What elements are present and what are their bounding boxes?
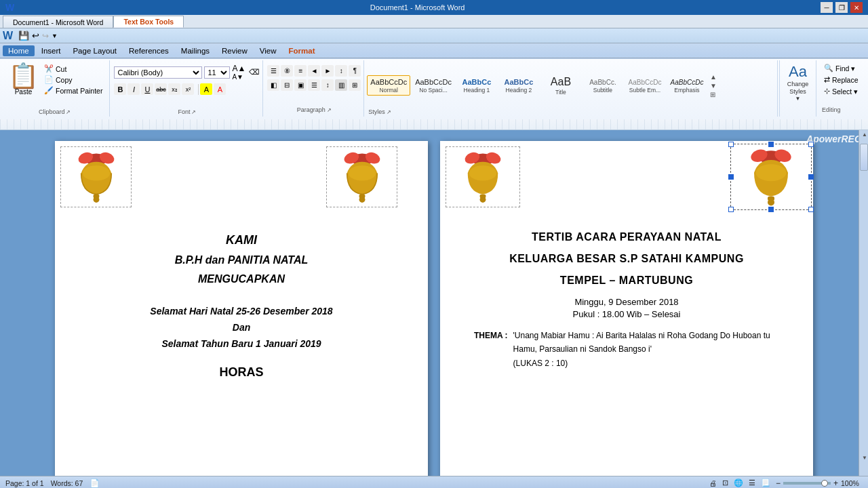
clear-format-icon[interactable]: ⌫ <box>249 68 260 77</box>
font-expand-icon[interactable]: ↗ <box>191 109 196 115</box>
justify-button[interactable]: ☰ <box>308 79 320 91</box>
minimize-button[interactable]: ─ <box>821 2 833 13</box>
ruler <box>0 119 868 130</box>
undo-icon[interactable]: ↩ <box>32 30 39 41</box>
change-styles-button[interactable]: Aa ChangeStyles ▼ <box>779 60 816 117</box>
menu-references[interactable]: References <box>123 45 174 56</box>
handle-bm[interactable] <box>768 207 774 212</box>
view-draft-icon[interactable]: 📃 <box>761 479 770 487</box>
font-size-select[interactable]: 11 <box>204 66 230 79</box>
view-outline-icon[interactable]: ☰ <box>749 479 755 487</box>
handle-tm[interactable] <box>768 142 774 147</box>
select-button[interactable]: ⊹ Select ▾ <box>822 85 861 97</box>
font-name-select[interactable]: Calibri (Body) <box>114 66 202 79</box>
align-center-button[interactable]: ⊟ <box>281 79 293 91</box>
menu-insert[interactable]: Insert <box>36 45 66 56</box>
copy-button[interactable]: 📄 Copy <box>43 75 104 85</box>
style-title[interactable]: AaB Title <box>540 73 581 98</box>
subscript-button[interactable]: x₂ <box>168 83 180 95</box>
handle-bl[interactable] <box>728 207 734 212</box>
zoom-out-icon[interactable]: − <box>776 479 781 488</box>
handle-tl[interactable] <box>728 142 734 147</box>
format-painter-button[interactable]: 🖌️ Format Painter <box>43 85 104 96</box>
handle-tr[interactable] <box>808 142 814 147</box>
restore-button[interactable]: ❐ <box>835 2 848 13</box>
font-color-button[interactable]: A <box>214 83 226 95</box>
cut-button[interactable]: ✂️ Cut <box>43 64 104 74</box>
decrease-indent-button[interactable]: ◄ <box>308 65 320 77</box>
multilevel-button[interactable]: ≡ <box>294 65 307 77</box>
style-subtitle[interactable]: AaBbCc. Subtitle <box>583 76 623 96</box>
zoom-thumb[interactable] <box>821 480 828 487</box>
strikethrough-button[interactable]: abc <box>155 83 167 95</box>
bell-box-topcenter[interactable] <box>326 146 397 207</box>
border-button[interactable]: ⊞ <box>349 79 361 91</box>
style-heading1[interactable]: AaBbCc Heading 1 <box>456 75 497 96</box>
align-right-button[interactable]: ▣ <box>294 79 307 91</box>
clipboard-group: 📋 Paste ✂️ Cut 📄 Copy 🖌️ Format Painter <box>3 60 110 117</box>
highlight-button[interactable]: A <box>200 83 212 95</box>
handle-br[interactable] <box>808 207 814 212</box>
handle-ml[interactable] <box>728 174 734 180</box>
menu-page-layout[interactable]: Page Layout <box>67 45 122 56</box>
styles-up-icon[interactable]: ▲ <box>710 73 717 81</box>
view-fullscreen-icon[interactable]: ⊡ <box>722 479 728 487</box>
styles-expand-icon[interactable]: ↗ <box>387 109 391 115</box>
scroll-up-icon[interactable]: ▲ <box>862 131 867 138</box>
superscript-button[interactable]: x² <box>182 83 194 95</box>
show-formatting-button[interactable]: ¶ <box>349 65 361 77</box>
view-print-icon[interactable]: 🖨 <box>709 479 717 487</box>
scroll-down-icon[interactable]: ▼ <box>862 455 867 461</box>
save-icon[interactable]: 💾 <box>18 30 29 41</box>
font-shrink-icon[interactable]: A▼ <box>232 73 245 81</box>
line-spacing-button[interactable]: ↕ <box>321 79 334 91</box>
style-heading2[interactable]: AaBbCc Heading 2 <box>498 75 539 96</box>
zoom-in-icon[interactable]: + <box>833 479 838 488</box>
vertical-scrollbar[interactable]: ▲ ▼ <box>859 130 868 476</box>
bell-box-right1[interactable] <box>446 146 520 207</box>
mengucapkan-text: MENGUCAPKAN <box>198 273 285 285</box>
para-align-row: ◧ ⊟ ▣ ☰ ↕ ▥ ⊞ <box>267 78 361 91</box>
paste-button[interactable]: 📋 Paste <box>5 62 41 97</box>
tab-document[interactable]: Document1 - Microsoft Word <box>3 16 113 28</box>
view-web-icon[interactable]: 🌐 <box>734 479 743 487</box>
document-area: ApowerREC ▲ ▼ <box>0 130 868 488</box>
font-grow-icon[interactable]: A▲ <box>232 64 245 73</box>
titlebar-controls[interactable]: ─ ❐ ✕ <box>821 2 863 13</box>
style-subtle-em[interactable]: AaBbCcDc Subtle Em... <box>625 76 665 96</box>
clipboard-expand-icon[interactable]: ↗ <box>66 109 71 115</box>
align-left-button[interactable]: ◧ <box>267 79 279 91</box>
menu-format[interactable]: Format <box>283 45 320 56</box>
sort-button[interactable]: ↕ <box>335 65 347 77</box>
find-button[interactable]: 🔍 Find ▾ <box>822 62 861 74</box>
menu-review[interactable]: Review <box>216 45 253 56</box>
bullets-button[interactable]: ☰ <box>267 65 279 77</box>
bold-button[interactable]: B <box>114 83 126 95</box>
selected-bell-box[interactable] <box>730 144 812 210</box>
styles-down-icon[interactable]: ▼ <box>710 82 717 89</box>
paragraph-group: ☰ ⑧ ≡ ◄ ► ↕ ¶ ◧ ⊟ ▣ ☰ ↕ ▥ ⊞ Paragraph ↗ <box>264 60 364 117</box>
tab-textbox-tools[interactable]: Text Box Tools <box>113 16 184 28</box>
underline-button[interactable]: U <box>141 83 153 95</box>
style-emphasis[interactable]: AaBbCcDc Emphasis <box>667 76 707 96</box>
styles-more-icon[interactable]: ⊞ <box>710 91 717 98</box>
handle-mr[interactable] <box>808 174 814 180</box>
close-button[interactable]: ✕ <box>850 2 863 13</box>
zoom-slider[interactable] <box>783 482 831 485</box>
paragraph-expand-icon[interactable]: ↗ <box>327 107 332 113</box>
italic-button[interactable]: I <box>127 83 140 95</box>
style-normal[interactable]: AaBbCcDc Normal <box>367 75 410 96</box>
more-icon[interactable]: ▼ <box>52 33 58 39</box>
status-icon[interactable]: 📄 <box>90 479 100 488</box>
shading-button[interactable]: ▥ <box>335 79 347 91</box>
redo-icon[interactable]: ↪ <box>42 31 49 41</box>
menu-mailings[interactable]: Mailings <box>176 45 215 56</box>
numbering-button[interactable]: ⑧ <box>281 65 293 77</box>
increase-indent-button[interactable]: ► <box>321 65 334 77</box>
replace-button[interactable]: ⇄ Replace <box>822 74 861 85</box>
bell-box-topleft[interactable] <box>60 146 132 207</box>
style-nospace[interactable]: AaBbCcDc No Spaci... <box>412 75 455 96</box>
menu-view[interactable]: View <box>254 45 282 56</box>
menu-home[interactable]: Home <box>3 45 35 56</box>
scroll-thumb[interactable] <box>860 144 868 171</box>
